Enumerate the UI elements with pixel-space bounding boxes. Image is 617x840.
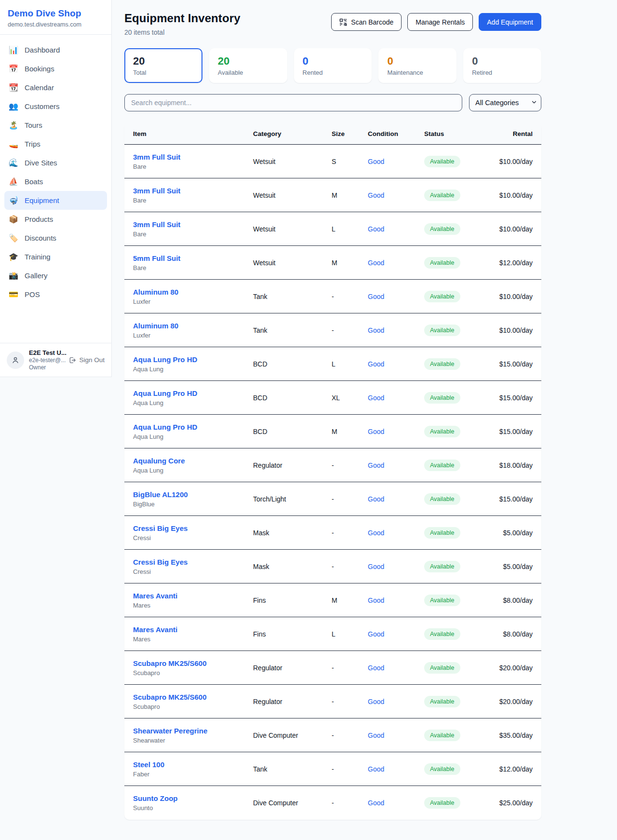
item-brand: Aqua Lung [133, 467, 253, 474]
item-name-link[interactable]: Mares Avanti [133, 592, 253, 600]
manage-rentals-label: Manage Rentals [416, 18, 465, 26]
search-input[interactable] [124, 94, 462, 111]
condition-link[interactable]: Good [368, 765, 424, 773]
stat-card-available[interactable]: 20 Available [209, 48, 287, 83]
sidebar-item-gallery[interactable]: 📸 Gallery [4, 266, 107, 285]
status-badge: Available [424, 561, 460, 572]
condition-link[interactable]: Good [368, 326, 424, 334]
item-name-link[interactable]: Aqua Lung Pro HD [133, 355, 253, 364]
sidebar-item-calendar[interactable]: 📆 Calendar [4, 78, 107, 97]
item-name-link[interactable]: BigBlue AL1200 [133, 490, 253, 499]
sidebar-item-dashboard[interactable]: 📊 Dashboard [4, 41, 107, 59]
condition-link[interactable]: Good [368, 563, 424, 570]
condition-link[interactable]: Good [368, 394, 424, 402]
sidebar-item-training[interactable]: 🎓 Training [4, 247, 107, 266]
item-brand: Aqua Lung [133, 366, 253, 373]
status-badge: Available [424, 223, 460, 235]
sidebar-item-dive-sites[interactable]: 🌊 Dive Sites [4, 153, 107, 172]
item-name-link[interactable]: 5mm Full Suit [133, 254, 253, 262]
status-cell: Available [424, 527, 482, 539]
stat-card-retired[interactable]: 0 Retired [463, 48, 541, 83]
condition-link[interactable]: Good [368, 596, 424, 604]
category-cell: Dive Computer [253, 732, 332, 739]
size-cell: XL [332, 394, 368, 402]
table-row: Mares Avanti Mares Fins L Good Available… [124, 617, 541, 651]
sign-out-button[interactable]: Sign Out [68, 356, 105, 364]
sidebar-item-tours[interactable]: 🏝️ Tours [4, 116, 107, 135]
item-cell: Aluminum 80 Luxfer [133, 322, 253, 339]
condition-link[interactable]: Good [368, 461, 424, 469]
item-name-link[interactable]: Aqua Lung Pro HD [133, 423, 253, 431]
sidebar-item-customers[interactable]: 👥 Customers [4, 97, 107, 116]
item-name-link[interactable]: 3mm Full Suit [133, 187, 253, 195]
rental-cell: $20.00/day [482, 664, 533, 672]
rental-cell: $5.00/day [482, 529, 533, 537]
item-brand: Cressi [133, 534, 253, 542]
sidebar-item-boats[interactable]: ⛵ Boats [4, 172, 107, 191]
manage-rentals-button[interactable]: Manage Rentals [407, 13, 473, 31]
header-actions: Scan Barcode Manage Rentals Add Equipmen… [331, 13, 541, 31]
category-cell: Tank [253, 326, 332, 334]
item-cell: Mares Avanti Mares [133, 592, 253, 609]
item-name-link[interactable]: Mares Avanti [133, 625, 253, 634]
condition-link[interactable]: Good [368, 664, 424, 672]
item-name-link[interactable]: Scubapro MK25/S600 [133, 659, 253, 667]
item-name-link[interactable]: Suunto Zoop [133, 794, 253, 802]
condition-link[interactable]: Good [368, 630, 424, 638]
stat-card-total[interactable]: 20 Total [124, 48, 202, 83]
item-brand: Aqua Lung [133, 399, 253, 406]
item-name-link[interactable]: Cressi Big Eyes [133, 524, 253, 532]
item-name-link[interactable]: 3mm Full Suit [133, 153, 253, 161]
table-row: Aluminum 80 Luxfer Tank - Good Available… [124, 313, 541, 347]
item-name-link[interactable]: Cressi Big Eyes [133, 558, 253, 566]
sidebar-item-trips[interactable]: 🚤 Trips [4, 135, 107, 153]
nav-label: Dashboard [25, 46, 60, 54]
item-name-link[interactable]: Aluminum 80 [133, 288, 253, 296]
condition-link[interactable]: Good [368, 732, 424, 739]
table-row: 5mm Full Suit Bare Wetsuit M Good Availa… [124, 246, 541, 280]
condition-link[interactable]: Good [368, 225, 424, 233]
scan-barcode-button[interactable]: Scan Barcode [331, 13, 402, 31]
item-name-link[interactable]: Shearwater Peregrine [133, 727, 253, 735]
condition-link[interactable]: Good [368, 293, 424, 300]
item-name-link[interactable]: Aluminum 80 [133, 322, 253, 330]
category-cell: BCD [253, 360, 332, 368]
sidebar-item-products[interactable]: 📦 Products [4, 210, 107, 229]
status-badge: Available [424, 392, 460, 404]
condition-link[interactable]: Good [368, 799, 424, 807]
item-name-link[interactable]: Aqualung Core [133, 457, 253, 465]
sidebar-item-pos[interactable]: 💳 POS [4, 285, 107, 304]
nav-label: Customers [25, 102, 60, 110]
condition-link[interactable]: Good [368, 428, 424, 435]
sidebar-item-discounts[interactable]: 🏷️ Discounts [4, 229, 107, 247]
condition-link[interactable]: Good [368, 495, 424, 503]
item-name-link[interactable]: Aqua Lung Pro HD [133, 389, 253, 397]
condition-link[interactable]: Good [368, 360, 424, 368]
condition-link[interactable]: Good [368, 259, 424, 267]
sidebar-item-bookings[interactable]: 📅 Bookings [4, 59, 107, 78]
status-cell: Available [424, 696, 482, 707]
stat-label: Available [218, 69, 279, 76]
category-cell: Regulator [253, 664, 332, 672]
sidebar-item-equipment[interactable]: 🤿 Equipment [4, 191, 107, 210]
size-cell: M [332, 259, 368, 267]
status-badge: Available [424, 696, 460, 707]
stat-card-maintenance[interactable]: 0 Maintenance [378, 48, 456, 83]
nav-icon: 💳 [9, 290, 18, 299]
condition-link[interactable]: Good [368, 698, 424, 705]
rental-cell: $20.00/day [482, 698, 533, 705]
condition-link[interactable]: Good [368, 158, 424, 165]
add-equipment-button[interactable]: Add Equipment [479, 13, 541, 31]
item-cell: Aqua Lung Pro HD Aqua Lung [133, 423, 253, 440]
item-name-link[interactable]: Scubapro MK25/S600 [133, 693, 253, 701]
table-row: Aqua Lung Pro HD Aqua Lung BCD XL Good A… [124, 381, 541, 415]
category-select[interactable]: All Categories [469, 94, 541, 111]
status-badge: Available [424, 426, 460, 437]
status-badge: Available [424, 358, 460, 370]
item-name-link[interactable]: 3mm Full Suit [133, 220, 253, 229]
stat-label: Maintenance [387, 69, 448, 76]
item-name-link[interactable]: Steel 100 [133, 760, 253, 769]
condition-link[interactable]: Good [368, 529, 424, 537]
stat-card-rented[interactable]: 0 Rented [294, 48, 372, 83]
condition-link[interactable]: Good [368, 191, 424, 199]
